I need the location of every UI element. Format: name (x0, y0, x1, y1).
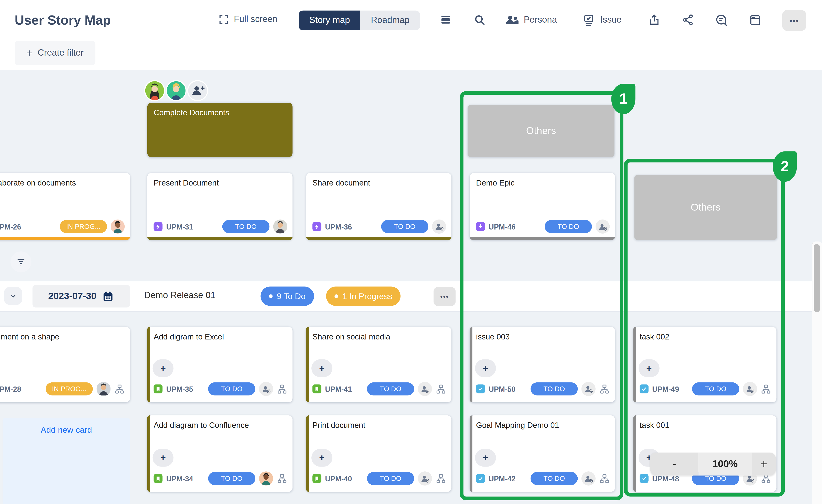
todo-count-badge[interactable]: 9 To Do (261, 287, 314, 306)
assignee-settings-icon[interactable] (418, 382, 432, 396)
tab-roadmap[interactable]: Roadmap (360, 10, 420, 30)
assignee-settings-icon[interactable] (259, 382, 273, 396)
status-badge[interactable]: TO DO (367, 382, 414, 395)
issue-icon[interactable] (582, 14, 595, 27)
add-child-button[interactable]: + (475, 449, 496, 467)
assignee-settings-icon[interactable] (418, 471, 432, 485)
status-dot (335, 294, 338, 298)
add-child-button[interactable]: + (312, 359, 332, 377)
add-persona-button[interactable] (188, 81, 207, 100)
hierarchy-icon[interactable] (761, 384, 771, 394)
hierarchy-icon[interactable] (277, 473, 287, 484)
story-card[interactable]: Demo Epic UPM-46 TO DO (470, 173, 615, 240)
assignee-avatar[interactable] (96, 382, 110, 396)
assignee-settings-icon[interactable] (432, 220, 446, 234)
story-card[interactable]: Print document + UPM-40 TO DO (306, 415, 451, 492)
status-badge[interactable]: TO DO (692, 382, 739, 395)
epic-card-others-1[interactable]: Others (468, 105, 614, 157)
release-date-field[interactable]: 2023-07-30 (32, 285, 130, 307)
hierarchy-icon[interactable] (599, 473, 609, 484)
issue-key: UPM-46 (488, 222, 515, 231)
persona-icon[interactable] (505, 14, 519, 26)
fullscreen-button[interactable]: Full screen (218, 14, 278, 25)
story-card[interactable]: llaborate on documents UPM-26 IN PROG... (0, 173, 130, 240)
epic-icon (476, 222, 485, 231)
story-card[interactable]: Present Document UPM-31 TO DO (147, 173, 293, 240)
add-child-button[interactable]: + (639, 359, 660, 377)
story-card[interactable]: Goal Mapping Demo 01 + UPM-42 TO DO (470, 415, 615, 492)
hierarchy-icon[interactable] (599, 384, 609, 394)
status-badge[interactable]: TO DO (367, 472, 414, 485)
assignee-settings-icon[interactable] (581, 382, 595, 396)
status-badge[interactable]: TO DO (530, 472, 577, 485)
header-more-button[interactable]: ••• (782, 10, 806, 31)
persona-avatar-woman[interactable] (145, 81, 164, 100)
card-title: mment on a shape (0, 332, 125, 341)
card-title: llaborate on documents (0, 178, 125, 187)
issue-key: UPM-40 (325, 474, 352, 483)
persona-avatars (145, 81, 207, 100)
hierarchy-icon[interactable] (277, 384, 287, 394)
toolbar: User Story Map Full screen Story map Roa… (0, 0, 822, 70)
status-badge[interactable]: TO DO (208, 472, 255, 485)
release-more-button[interactable]: ••• (434, 287, 455, 306)
story-card[interactable]: issue 003 + UPM-50 TO DO (470, 327, 615, 402)
epic-card-complete-documents[interactable]: Complete Documents (147, 103, 293, 157)
story-card[interactable]: Share document UPM-36 TO DO (306, 173, 451, 240)
add-child-button[interactable]: + (153, 449, 174, 467)
persona-button[interactable]: Persona (524, 15, 557, 25)
issue-button[interactable]: Issue (600, 15, 622, 25)
assignee-avatar[interactable] (273, 220, 287, 234)
story-card[interactable]: Add diagram to Confluence + UPM-34 TO DO (147, 415, 293, 492)
assignee-settings-icon[interactable] (743, 382, 757, 396)
card-title: Print document (313, 421, 446, 429)
status-badge[interactable]: IN PROG... (60, 220, 107, 233)
issue-key: UPM-26 (0, 222, 21, 231)
task-icon (640, 384, 649, 393)
search-icon[interactable] (473, 14, 486, 26)
persona-avatar-man[interactable] (167, 81, 186, 100)
plus-icon: + (26, 47, 32, 59)
tab-story-map[interactable]: Story map (299, 10, 360, 30)
status-badge[interactable]: TO DO (530, 382, 577, 395)
assignee-settings-icon[interactable] (595, 220, 609, 234)
story-card[interactable]: Share on social media + UPM-41 TO DO (306, 327, 451, 402)
add-new-card-link[interactable]: Add new card (3, 425, 130, 435)
assignee-avatar[interactable] (259, 471, 273, 485)
story-card[interactable]: mment on a shape + UPM-28 IN PROG... (0, 327, 130, 402)
inprogress-count-badge[interactable]: 1 In Progress (326, 287, 401, 306)
scrollbar-thumb[interactable] (814, 244, 820, 312)
story-card[interactable]: task 002 + UPM-49 TO DO (633, 327, 776, 402)
card-title: task 002 (640, 332, 771, 341)
epic-icon (313, 222, 321, 231)
assignee-settings-icon[interactable] (581, 471, 595, 485)
hierarchy-icon[interactable] (436, 473, 446, 484)
zoom-in-button[interactable]: + (752, 452, 776, 475)
scrollbar-track[interactable] (812, 242, 822, 504)
assignee-avatar[interactable] (111, 220, 125, 234)
comment-icon[interactable] (715, 14, 728, 27)
export-icon[interactable] (648, 14, 661, 26)
card-view-icon[interactable] (749, 14, 762, 27)
status-badge[interactable]: TO DO (545, 220, 592, 233)
hierarchy-icon[interactable] (436, 384, 446, 394)
filter-button[interactable] (10, 251, 31, 272)
add-child-button[interactable]: + (153, 359, 174, 377)
status-badge[interactable]: IN PROG... (46, 382, 93, 395)
view-toggle: Story map Roadmap (299, 10, 420, 30)
status-badge[interactable]: TO DO (381, 220, 428, 233)
status-badge[interactable]: TO DO (208, 382, 255, 395)
zoom-out-button[interactable]: - (650, 452, 699, 475)
epic-card-others-2[interactable]: Others (634, 175, 777, 240)
collapse-release-button[interactable] (4, 287, 22, 305)
swimlane-rows-icon[interactable] (439, 14, 452, 26)
create-filter-button[interactable]: + Create filter (15, 41, 95, 65)
story-card[interactable]: Add digram to Excel + UPM-35 TO DO (147, 327, 293, 402)
story-icon (154, 384, 163, 393)
add-child-button[interactable]: + (475, 359, 496, 377)
status-badge[interactable]: TO DO (223, 220, 270, 233)
add-child-button[interactable]: + (312, 449, 332, 467)
hierarchy-icon[interactable] (114, 384, 125, 394)
card-left-border (147, 415, 150, 492)
share-icon[interactable] (682, 14, 694, 26)
